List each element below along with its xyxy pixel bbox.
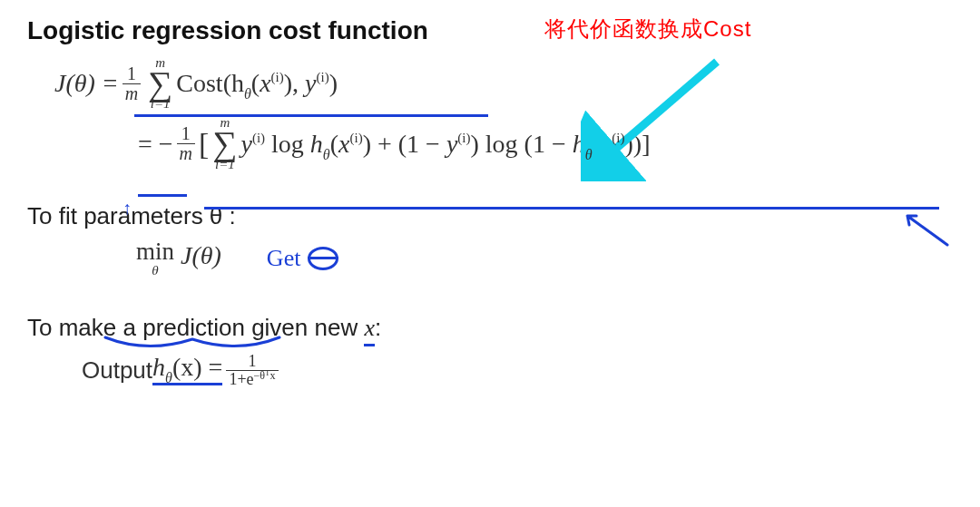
eq2-log: log — [265, 130, 310, 158]
cost-y: y — [305, 69, 316, 97]
frac2-den: m — [177, 143, 195, 163]
sig-exp: −θ — [254, 369, 266, 382]
hand-up-arrow-icon: ↑ — [122, 198, 132, 219]
eq2-bracket: [ — [199, 129, 209, 160]
cost-yi: (i) — [317, 70, 329, 84]
sigma-icon-2: m ∑ i=1 — [212, 116, 237, 171]
hand-theta-icon — [308, 247, 338, 270]
min-sub: θ — [152, 264, 158, 278]
sigma-symbol: ∑ — [148, 70, 172, 97]
eq2-y: y — [240, 130, 251, 158]
sigma-bottom: i=1 — [151, 97, 171, 111]
cyan-arrow-icon — [581, 54, 744, 181]
equation-expanded: = − 1 m [ m ∑ i=1 y(i) log hθ(x(i)) + (1… — [138, 116, 953, 171]
sigma2-bottom: i=1 — [215, 158, 235, 171]
page-title: Logistic regression cost function — [27, 16, 953, 45]
sigmoid-fraction: 1 1+e−θTx — [226, 353, 278, 388]
cost-x: x — [260, 69, 270, 97]
hand-back-arrow-icon — [898, 210, 953, 247]
svg-line-1 — [599, 62, 717, 163]
lhs-text: J(θ) = — [54, 69, 119, 97]
eq2-close1: ) — [471, 130, 485, 158]
handwriting-get-theta: Get — [267, 247, 339, 270]
sig-h: h — [152, 353, 165, 381]
eq2-xi2: (i) — [612, 131, 624, 145]
eq2-x: x — [338, 130, 349, 158]
hand-get: Get — [267, 247, 301, 270]
red-annotation: 将代价函数换成Cost — [544, 15, 751, 44]
eq2-yi: (i) — [252, 131, 265, 145]
sig-den: 1+e−θTx — [226, 370, 278, 388]
min-word: min — [136, 239, 174, 264]
curve-underline-icon — [102, 334, 283, 356]
min-J: J(θ) — [181, 241, 221, 269]
frac-den: m — [122, 83, 141, 103]
frac-1m-2: 1 m — [177, 124, 195, 163]
output-label: Output — [82, 358, 152, 382]
underline-neg-frac — [138, 194, 187, 197]
eq2-log2: log (1 − — [485, 130, 573, 158]
cost: Cost(hθ(x(i)), y(i)) — [176, 71, 338, 96]
sig-theta: θ — [165, 370, 172, 385]
frac2-num: 1 — [179, 124, 193, 143]
sig-argx: (x) = — [172, 353, 222, 381]
frac-1m: 1 m — [122, 64, 141, 103]
cost-comma: , — [292, 69, 305, 97]
cost-theta: θ — [244, 86, 251, 102]
cost-open: (h — [223, 69, 244, 97]
underline-annotation — [134, 114, 488, 117]
eq2-yi2: (i) — [457, 131, 470, 145]
cost-word: Cost — [176, 69, 222, 97]
predict-colon: : — [375, 314, 381, 341]
cost-close: ) — [329, 69, 338, 97]
eq2-y2: y — [446, 130, 457, 158]
sigma2-symbol: ∑ — [212, 130, 237, 157]
output-expression: Output hθ(x) = 1 1+e−θTx — [82, 353, 953, 388]
h-theta-x: hθ(x) = — [152, 355, 222, 385]
sigma-icon: m ∑ i=1 — [148, 56, 172, 111]
eq2-equals: = − — [138, 132, 173, 157]
min-operator: min θ — [136, 239, 174, 278]
lhs: J(θ) = — [54, 71, 119, 96]
sig-T: T — [265, 368, 270, 377]
eq2-plus: + (1 − — [371, 130, 446, 158]
sig-den-x: x — [270, 369, 276, 382]
frac-num: 1 — [124, 64, 139, 83]
eq2-th: θ — [323, 147, 330, 162]
predict-x: x — [364, 315, 375, 346]
min-expression: min θ J(θ) Get — [136, 239, 953, 278]
eq2-h: h — [310, 130, 323, 158]
equation-cost-sum: J(θ) = 1 m m ∑ i=1 Cost(hθ(x(i)), y(i)) — [54, 56, 953, 111]
sig-den-pre: 1+e — [229, 370, 253, 388]
underline-annotation-long — [204, 207, 939, 210]
cost-xi: (i) — [271, 70, 284, 84]
eq2-th2: θ — [585, 147, 593, 162]
eq2-xi: (i) — [349, 131, 362, 145]
